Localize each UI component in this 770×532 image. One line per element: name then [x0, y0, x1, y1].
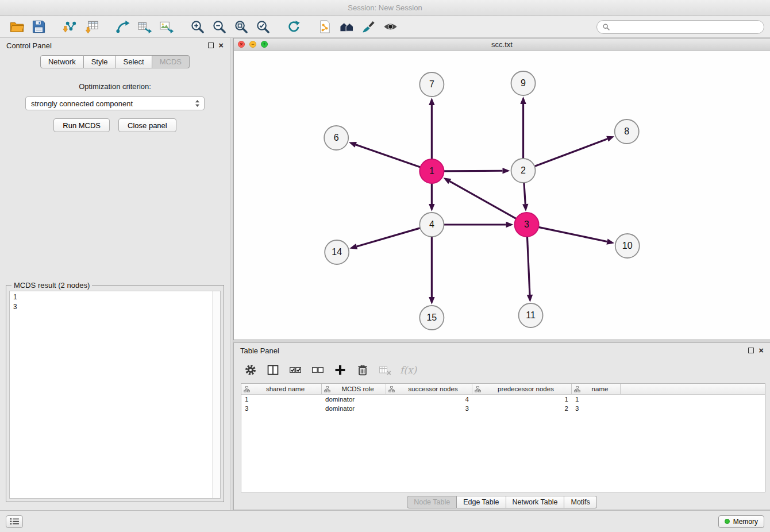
tab-style[interactable]: Style — [84, 55, 116, 68]
table-row[interactable]: 3 dominator 3 2 3 — [241, 404, 765, 413]
show-hide-graphics-button[interactable] — [379, 18, 401, 36]
table-tabs: Node Table Edge Table Network Table Moti… — [234, 495, 770, 510]
zoom-fit-button[interactable] — [230, 18, 252, 36]
close-window-button[interactable]: × — [238, 41, 245, 48]
graph-node-1[interactable]: 1 — [419, 159, 444, 183]
graph-edge-4-15[interactable] — [429, 237, 434, 304]
cell-successor-nodes[interactable]: 4 — [386, 396, 472, 403]
eye-icon — [383, 20, 398, 34]
apply-style-button[interactable] — [357, 18, 379, 36]
cell-predecessor-nodes[interactable]: 1 — [472, 396, 572, 403]
save-session-button[interactable] — [28, 18, 49, 36]
add-column-button[interactable] — [333, 363, 348, 377]
tab-mcds[interactable]: MCDS — [152, 55, 190, 68]
graph-node-11[interactable]: 11 — [519, 303, 543, 327]
graph-node-7[interactable]: 7 — [419, 72, 444, 97]
function-builder-button[interactable]: f(x) — [400, 364, 417, 376]
result-scrollbar[interactable] — [212, 291, 220, 498]
minimize-window-button[interactable]: − — [249, 41, 256, 48]
close-panel-button[interactable]: Close panel — [118, 118, 176, 132]
graph-edge-2-8[interactable] — [534, 136, 614, 167]
tab-edge-table[interactable]: Edge Table — [457, 496, 506, 508]
tab-network-table[interactable]: Network Table — [506, 496, 565, 508]
graph-edge-1-7[interactable] — [429, 98, 434, 159]
column-header-successor-nodes[interactable]: successor nodes — [386, 384, 472, 394]
import-table-icon — [84, 20, 99, 34]
graph-edge-3-1[interactable] — [443, 178, 516, 218]
refresh-layout-button[interactable] — [283, 18, 305, 36]
graph-node-4[interactable]: 4 — [419, 213, 444, 237]
cell-name[interactable]: 1 — [572, 396, 621, 403]
cell-predecessor-nodes[interactable]: 2 — [472, 405, 572, 412]
column-header-mcds-role[interactable]: MCDS role — [322, 384, 386, 394]
home-view-button[interactable] — [336, 18, 357, 36]
import-network-button[interactable] — [59, 18, 80, 36]
column-header-name[interactable]: name — [572, 384, 621, 394]
sort-icon — [388, 386, 395, 392]
column-header-predecessor-nodes[interactable]: predecessor nodes — [472, 384, 572, 394]
table-settings-button[interactable] — [243, 363, 258, 377]
float-panel-button[interactable] — [208, 43, 214, 48]
network-canvas[interactable]: 7968124314101511 — [234, 51, 770, 340]
memory-button[interactable]: Memory — [718, 515, 764, 528]
mcds-result-title: MCDS result (2 nodes) — [11, 281, 92, 290]
graph-node-10[interactable]: 10 — [615, 234, 640, 258]
graph-edge-1-2[interactable] — [444, 168, 510, 174]
table-row[interactable]: 1 dominator 4 1 1 — [241, 395, 765, 404]
graph-node-3[interactable]: 3 — [515, 213, 539, 237]
zoom-selected-button[interactable] — [252, 18, 274, 36]
float-table-panel-button[interactable] — [748, 348, 754, 353]
graph-edge-4-3[interactable] — [444, 222, 513, 228]
graph-edge-3-11[interactable] — [527, 237, 533, 302]
graph-edge-2-3[interactable] — [522, 183, 528, 211]
mcds-result-list[interactable]: 1 3 — [9, 291, 221, 499]
tab-select[interactable]: Select — [116, 55, 152, 68]
close-panel-icon[interactable]: × — [218, 42, 224, 49]
cell-successor-nodes[interactable]: 3 — [386, 405, 472, 412]
new-network-icon — [116, 20, 130, 34]
cell-mcds-role[interactable]: dominator — [322, 396, 386, 403]
network-file-button[interactable] — [314, 18, 336, 36]
graph-edge-3-10[interactable] — [538, 227, 614, 244]
open-session-button[interactable] — [6, 18, 28, 36]
deselect-all-rows-button[interactable] — [310, 363, 325, 377]
cell-shared-name[interactable]: 3 — [241, 405, 322, 412]
graph-node-9[interactable]: 9 — [511, 71, 536, 95]
delete-table-button[interactable] — [378, 363, 392, 377]
dropdown-stepper-icon — [195, 99, 200, 107]
graph-node-14[interactable]: 14 — [325, 240, 349, 264]
delete-column-button[interactable] — [355, 363, 370, 377]
tab-network[interactable]: Network — [40, 55, 84, 68]
cell-mcds-role[interactable]: dominator — [322, 405, 386, 412]
graph-node-15[interactable]: 15 — [419, 306, 444, 330]
select-all-rows-button[interactable] — [288, 363, 303, 377]
graph-edge-4-14[interactable] — [349, 228, 420, 249]
new-network-button[interactable] — [111, 18, 133, 36]
zoom-window-button[interactable]: + — [261, 41, 268, 48]
graph-node-6[interactable]: 6 — [324, 126, 348, 150]
column-visibility-button[interactable] — [265, 363, 280, 377]
cell-shared-name[interactable]: 1 — [241, 396, 322, 403]
import-table-button[interactable] — [80, 18, 102, 36]
document-network-icon — [318, 20, 332, 34]
tab-motifs[interactable]: Motifs — [564, 496, 596, 508]
export-image-button[interactable] — [155, 18, 177, 36]
clone-network-button[interactable] — [133, 18, 155, 36]
graph-edge-2-9[interactable] — [520, 97, 526, 159]
column-header-shared-name[interactable]: shared name — [241, 384, 322, 394]
graph-edge-1-4[interactable] — [429, 183, 434, 211]
trash-icon — [356, 364, 369, 376]
zoom-in-button[interactable] — [186, 18, 208, 36]
graph-edge-1-6[interactable] — [349, 142, 421, 167]
zoom-out-button[interactable] — [208, 18, 230, 36]
task-history-button[interactable] — [6, 515, 23, 528]
close-table-panel-icon[interactable]: × — [759, 347, 764, 354]
criterion-dropdown[interactable]: strongly connected component — [25, 97, 205, 110]
run-mcds-button[interactable]: Run MCDS — [53, 118, 110, 132]
cell-name[interactable]: 3 — [572, 405, 621, 412]
tab-node-table[interactable]: Node Table — [407, 496, 457, 508]
search-input[interactable] — [613, 23, 759, 31]
houses-icon — [340, 20, 354, 34]
graph-node-2[interactable]: 2 — [511, 159, 536, 183]
graph-node-8[interactable]: 8 — [615, 119, 639, 144]
